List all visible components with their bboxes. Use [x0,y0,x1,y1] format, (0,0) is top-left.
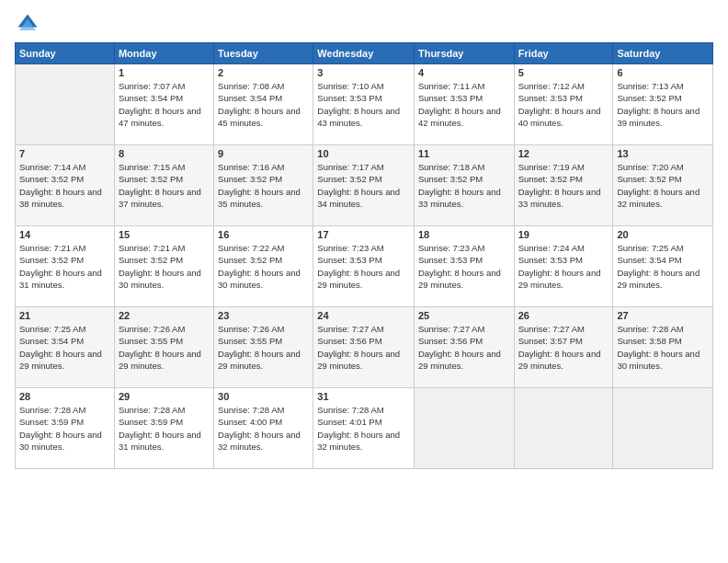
day-info: Sunrise: 7:27 AMSunset: 3:57 PMDaylight:… [518,323,609,372]
day-header-friday: Friday [514,43,613,64]
day-number: 19 [518,229,609,240]
calendar-cell [414,388,514,469]
day-number: 1 [119,67,210,78]
calendar-cell: 16Sunrise: 7:22 AMSunset: 3:52 PMDayligh… [214,226,313,307]
calendar-cell: 13Sunrise: 7:20 AMSunset: 3:52 PMDayligh… [613,145,713,226]
day-number: 17 [317,229,410,240]
day-header-monday: Monday [114,43,213,64]
day-number: 29 [119,391,210,402]
day-info: Sunrise: 7:13 AMSunset: 3:52 PMDaylight:… [617,80,709,129]
day-number: 22 [119,310,210,321]
day-info: Sunrise: 7:27 AMSunset: 3:56 PMDaylight:… [418,323,510,372]
day-number: 9 [218,148,309,159]
day-info: Sunrise: 7:12 AMSunset: 3:53 PMDaylight:… [518,80,609,129]
day-info: Sunrise: 7:23 AMSunset: 3:53 PMDaylight:… [317,242,410,291]
day-number: 2 [218,67,309,78]
day-info: Sunrise: 7:14 AMSunset: 3:52 PMDaylight:… [19,161,110,210]
day-header-thursday: Thursday [414,43,514,64]
day-number: 5 [518,67,609,78]
main-container: SundayMondayTuesdayWednesdayThursdayFrid… [0,0,728,563]
calendar-cell: 25Sunrise: 7:27 AMSunset: 3:56 PMDayligh… [414,307,514,388]
calendar-week-2: 14Sunrise: 7:21 AMSunset: 3:52 PMDayligh… [16,226,713,307]
day-info: Sunrise: 7:28 AMSunset: 3:59 PMDaylight:… [119,404,210,453]
day-number: 10 [317,148,410,159]
day-info: Sunrise: 7:10 AMSunset: 3:53 PMDaylight:… [317,80,410,129]
calendar-week-1: 7Sunrise: 7:14 AMSunset: 3:52 PMDaylight… [16,145,713,226]
day-info: Sunrise: 7:18 AMSunset: 3:52 PMDaylight:… [418,161,510,210]
day-info: Sunrise: 7:19 AMSunset: 3:52 PMDaylight:… [518,161,609,210]
day-number: 16 [218,229,309,240]
day-info: Sunrise: 7:17 AMSunset: 3:52 PMDaylight:… [317,161,410,210]
day-info: Sunrise: 7:22 AMSunset: 3:52 PMDaylight:… [218,242,309,291]
calendar-table: SundayMondayTuesdayWednesdayThursdayFrid… [15,42,713,469]
day-number: 6 [617,67,709,78]
day-number: 30 [218,391,309,402]
calendar-cell: 27Sunrise: 7:28 AMSunset: 3:58 PMDayligh… [613,307,713,388]
calendar-week-4: 28Sunrise: 7:28 AMSunset: 3:59 PMDayligh… [16,388,713,469]
calendar-cell: 28Sunrise: 7:28 AMSunset: 3:59 PMDayligh… [16,388,115,469]
calendar-cell: 19Sunrise: 7:24 AMSunset: 3:53 PMDayligh… [514,226,613,307]
day-info: Sunrise: 7:25 AMSunset: 3:54 PMDaylight:… [617,242,709,291]
calendar-cell: 23Sunrise: 7:26 AMSunset: 3:55 PMDayligh… [214,307,313,388]
day-info: Sunrise: 7:28 AMSunset: 4:01 PMDaylight:… [317,404,410,453]
calendar-cell: 6Sunrise: 7:13 AMSunset: 3:52 PMDaylight… [613,64,713,145]
calendar-cell: 1Sunrise: 7:07 AMSunset: 3:54 PMDaylight… [114,64,213,145]
day-number: 14 [19,229,110,240]
day-number: 23 [218,310,309,321]
calendar-cell [514,388,613,469]
day-info: Sunrise: 7:26 AMSunset: 3:55 PMDaylight:… [119,323,210,372]
day-number: 25 [418,310,510,321]
calendar-cell: 3Sunrise: 7:10 AMSunset: 3:53 PMDaylight… [313,64,415,145]
day-number: 4 [418,67,510,78]
day-number: 24 [317,310,410,321]
calendar-header-row: SundayMondayTuesdayWednesdayThursdayFrid… [16,43,713,64]
calendar-cell: 11Sunrise: 7:18 AMSunset: 3:52 PMDayligh… [414,145,514,226]
calendar-cell: 18Sunrise: 7:23 AMSunset: 3:53 PMDayligh… [414,226,514,307]
calendar-cell: 2Sunrise: 7:08 AMSunset: 3:54 PMDaylight… [214,64,313,145]
day-info: Sunrise: 7:28 AMSunset: 3:58 PMDaylight:… [617,323,709,372]
calendar-cell: 9Sunrise: 7:16 AMSunset: 3:52 PMDaylight… [214,145,313,226]
day-number: 27 [617,310,709,321]
calendar-cell: 21Sunrise: 7:25 AMSunset: 3:54 PMDayligh… [16,307,115,388]
day-header-tuesday: Tuesday [214,43,313,64]
calendar-cell: 12Sunrise: 7:19 AMSunset: 3:52 PMDayligh… [514,145,613,226]
calendar-cell: 29Sunrise: 7:28 AMSunset: 3:59 PMDayligh… [114,388,213,469]
calendar-cell: 26Sunrise: 7:27 AMSunset: 3:57 PMDayligh… [514,307,613,388]
calendar-cell: 15Sunrise: 7:21 AMSunset: 3:52 PMDayligh… [114,226,213,307]
day-number: 20 [617,229,709,240]
header [15,11,713,37]
day-number: 21 [19,310,110,321]
day-number: 8 [119,148,210,159]
calendar-cell: 10Sunrise: 7:17 AMSunset: 3:52 PMDayligh… [313,145,415,226]
day-number: 15 [119,229,210,240]
day-header-wednesday: Wednesday [313,43,415,64]
logo [15,11,42,37]
calendar-week-3: 21Sunrise: 7:25 AMSunset: 3:54 PMDayligh… [16,307,713,388]
calendar-cell: 31Sunrise: 7:28 AMSunset: 4:01 PMDayligh… [313,388,415,469]
calendar-cell: 7Sunrise: 7:14 AMSunset: 3:52 PMDaylight… [16,145,115,226]
calendar-cell: 24Sunrise: 7:27 AMSunset: 3:56 PMDayligh… [313,307,415,388]
day-info: Sunrise: 7:26 AMSunset: 3:55 PMDaylight:… [218,323,309,372]
day-info: Sunrise: 7:20 AMSunset: 3:52 PMDaylight:… [617,161,709,210]
day-info: Sunrise: 7:16 AMSunset: 3:52 PMDaylight:… [218,161,309,210]
day-info: Sunrise: 7:08 AMSunset: 3:54 PMDaylight:… [218,80,309,129]
calendar-cell: 4Sunrise: 7:11 AMSunset: 3:53 PMDaylight… [414,64,514,145]
day-info: Sunrise: 7:15 AMSunset: 3:52 PMDaylight:… [119,161,210,210]
day-info: Sunrise: 7:21 AMSunset: 3:52 PMDaylight:… [119,242,210,291]
calendar-cell: 20Sunrise: 7:25 AMSunset: 3:54 PMDayligh… [613,226,713,307]
day-header-saturday: Saturday [613,43,713,64]
day-number: 26 [518,310,609,321]
day-number: 31 [317,391,410,402]
day-info: Sunrise: 7:11 AMSunset: 3:53 PMDaylight:… [418,80,510,129]
day-number: 3 [317,67,410,78]
day-header-sunday: Sunday [16,43,115,64]
day-number: 13 [617,148,709,159]
day-info: Sunrise: 7:28 AMSunset: 4:00 PMDaylight:… [218,404,309,453]
calendar-cell: 22Sunrise: 7:26 AMSunset: 3:55 PMDayligh… [114,307,213,388]
calendar-cell: 30Sunrise: 7:28 AMSunset: 4:00 PMDayligh… [214,388,313,469]
day-number: 28 [19,391,110,402]
calendar-cell [613,388,713,469]
day-info: Sunrise: 7:27 AMSunset: 3:56 PMDaylight:… [317,323,410,372]
day-info: Sunrise: 7:28 AMSunset: 3:59 PMDaylight:… [19,404,110,453]
calendar-cell [16,64,115,145]
